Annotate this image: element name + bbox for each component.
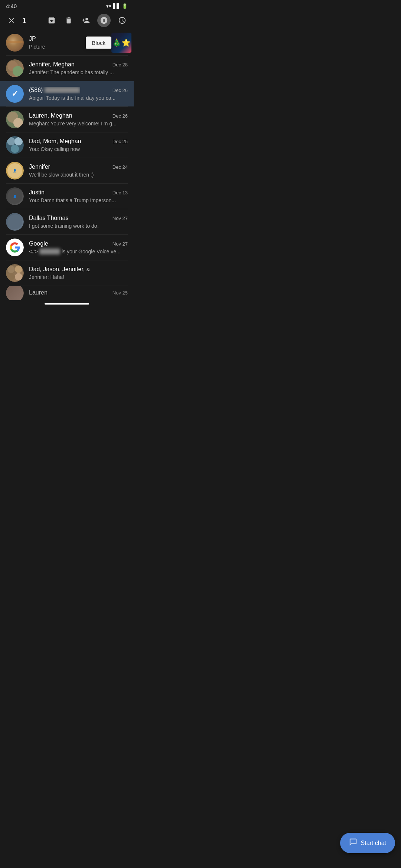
conv-header-google: Google Nov 27: [29, 240, 128, 247]
conv-name-dallas-thomas: Dallas Thomas: [29, 215, 68, 221]
toolbar-actions: [46, 14, 128, 27]
toolbar: 1: [0, 11, 134, 30]
avatar-jennifer: 👤: [6, 162, 24, 180]
conv-preview-jp: Picture: [29, 44, 45, 50]
conv-date-lauren-meghan: Dec 26: [113, 113, 128, 119]
conv-name-dad-jason-jennifer: Dad, Jason, Jennifer, a: [29, 266, 90, 273]
conv-header-jennifer-meghan: Jennifer, Meghan Dec 28: [29, 61, 128, 68]
conv-date-586: Dec 26: [113, 88, 128, 93]
status-time: 4:40: [6, 3, 17, 9]
conv-preview-586: Abigail Today is the final day you ca...: [29, 95, 115, 101]
conv-preview-dallas-thomas: I got some training work to do.: [29, 223, 99, 229]
delete-button[interactable]: [63, 15, 74, 26]
avatar-lauren: [6, 286, 24, 300]
conv-name-lauren: Lauren: [29, 289, 48, 296]
avatar-google: [6, 239, 24, 256]
conversation-item-jennifer[interactable]: 👤 Jennifer Dec 24 We'll be slow about it…: [0, 158, 134, 183]
conv-name-jennifer: Jennifer: [29, 164, 50, 170]
conv-preview-jennifer: We'll be slow about it then :): [29, 172, 94, 178]
conv-date-dallas-thomas: Nov 27: [113, 216, 128, 221]
jp-thumbnail: 🎄⭐: [111, 33, 131, 53]
conv-header-justin: Justin Dec 13: [29, 189, 128, 196]
conversation-item-justin[interactable]: 👤 Justin Dec 13 You: Damn that's a Trump…: [0, 184, 134, 209]
avatar-jennifer-meghan: [6, 59, 24, 77]
selected-count: 1: [22, 16, 26, 25]
conv-date-jennifer-meghan: Dec 28: [113, 62, 128, 68]
conv-header-dad-mom-meghan: Dad, Mom, Meghan Dec 25: [29, 138, 128, 145]
block-tooltip-label: Block: [92, 40, 105, 46]
conv-content-dad-mom-meghan: Dad, Mom, Meghan Dec 25 You: Okay callin…: [29, 138, 128, 152]
check-mark-586: ✓: [12, 89, 18, 99]
avatar-jp: [6, 34, 24, 52]
nav-indicator: [45, 303, 89, 305]
block-button[interactable]: [97, 14, 111, 27]
conv-header-lauren: Lauren Nov 25: [29, 289, 128, 296]
conv-header-dad-jason-jennifer: Dad, Jason, Jennifer, a: [29, 266, 128, 273]
block-tooltip[interactable]: Block: [86, 37, 111, 49]
add-person-button[interactable]: [80, 15, 91, 26]
conv-name-google: Google: [29, 240, 48, 247]
avatar-justin: 👤: [6, 187, 24, 205]
conv-content-dad-jason-jennifer: Dad, Jason, Jennifer, a Jennifer: Haha!: [29, 266, 128, 280]
status-icons: ▾▾ ▋▋ 🔋: [106, 3, 128, 9]
conv-header-lauren-meghan: Lauren, Meghan Dec 26: [29, 112, 128, 119]
avatar-dad-mom-meghan: [6, 136, 24, 154]
phone-blurred: XXXXXXXXX: [45, 87, 80, 93]
avatar-dad-jason-jennifer: [6, 264, 24, 282]
battery-icon: 🔋: [122, 3, 128, 9]
conv-preview-lauren-meghan: Meghan: You're very welcome! I'm g...: [29, 121, 117, 126]
reminder-button[interactable]: [117, 15, 128, 26]
conversation-item-google[interactable]: Google Nov 27 <#> XXXXXX is your Google …: [0, 235, 134, 260]
conversation-item-lauren[interactable]: Lauren Nov 25: [0, 286, 134, 300]
conversation-item-dallas-thomas[interactable]: Dallas Thomas Nov 27 I got some training…: [0, 209, 134, 234]
conv-date-justin: Dec 13: [113, 190, 128, 195]
avatar-check-586: ✓: [6, 85, 24, 103]
conv-date-google: Nov 27: [113, 241, 128, 247]
conv-content-justin: Justin Dec 13 You: Damn that's a Trump i…: [29, 189, 128, 204]
conv-content-jennifer: Jennifer Dec 24 We'll be slow about it t…: [29, 164, 128, 178]
conv-name-justin: Justin: [29, 189, 45, 196]
signal-icon: ▋▋: [113, 3, 120, 9]
conv-content-dallas-thomas: Dallas Thomas Nov 27 I got some training…: [29, 215, 128, 229]
conv-preview-jennifer-meghan: Jennifer: The pandemic has totally ...: [29, 69, 114, 75]
wifi-icon: ▾▾: [106, 3, 111, 9]
conv-content-google: Google Nov 27 <#> XXXXXX is your Google …: [29, 240, 128, 255]
conversation-item-lauren-meghan[interactable]: Lauren, Meghan Dec 26 Meghan: You're ver…: [0, 107, 134, 132]
conv-name-dad-mom-meghan: Dad, Mom, Meghan: [29, 138, 81, 145]
google-code-blurred: XXXXXX: [39, 249, 60, 254]
conversation-item-586[interactable]: ✓ (586) XXXXXXXXX Dec 26 Abigail Today i…: [0, 81, 134, 106]
conv-name-586: (586) XXXXXXXXX: [29, 87, 80, 93]
conv-content-lauren-meghan: Lauren, Meghan Dec 26 Meghan: You're ver…: [29, 112, 128, 127]
conv-name-lauren-meghan: Lauren, Meghan: [29, 112, 72, 119]
conv-header-586: (586) XXXXXXXXX Dec 26: [29, 87, 128, 93]
conv-date-lauren: Nov 25: [113, 290, 128, 296]
close-button[interactable]: [6, 15, 17, 26]
conv-preview-justin: You: Damn that's a Trump imperson...: [29, 197, 116, 203]
conv-content-lauren: Lauren Nov 25: [29, 289, 128, 297]
conv-preview-google: <#> XXXXXX is your Google Voice ve...: [29, 249, 121, 254]
conv-date-dad-mom-meghan: Dec 25: [113, 139, 128, 144]
conversation-list: JP Picture Block 🎄⭐ Jennifer, Meghan Dec…: [0, 30, 134, 300]
conv-content-586: (586) XXXXXXXXX Dec 26 Abigail Today is …: [29, 87, 128, 101]
conv-preview-dad-jason-jennifer: Jennifer: Haha!: [29, 274, 64, 280]
conversation-item-jennifer-meghan[interactable]: Jennifer, Meghan Dec 28 Jennifer: The pa…: [0, 56, 134, 81]
archive-button[interactable]: [46, 15, 57, 26]
status-bar: 4:40 ▾▾ ▋▋ 🔋: [0, 0, 134, 11]
toolbar-left: 1: [6, 15, 26, 26]
conv-header-jennifer: Jennifer Dec 24: [29, 164, 128, 170]
conversation-item-jp[interactable]: JP Picture Block 🎄⭐: [0, 30, 134, 55]
conversation-item-dad-mom-meghan[interactable]: Dad, Mom, Meghan Dec 25 You: Okay callin…: [0, 132, 134, 158]
avatar-dallas-thomas: [6, 213, 24, 231]
conv-name-jennifer-meghan: Jennifer, Meghan: [29, 61, 75, 68]
conv-preview-dad-mom-meghan: You: Okay calling now: [29, 146, 80, 152]
conv-header-dallas-thomas: Dallas Thomas Nov 27: [29, 215, 128, 221]
conv-name-jp: JP: [29, 36, 36, 42]
conversation-item-dad-jason-jennifer[interactable]: Dad, Jason, Jennifer, a Jennifer: Haha!: [0, 260, 134, 286]
conv-date-jennifer: Dec 24: [113, 164, 128, 170]
avatar-lauren-meghan: [6, 111, 24, 128]
conv-content-jennifer-meghan: Jennifer, Meghan Dec 28 Jennifer: The pa…: [29, 61, 128, 76]
